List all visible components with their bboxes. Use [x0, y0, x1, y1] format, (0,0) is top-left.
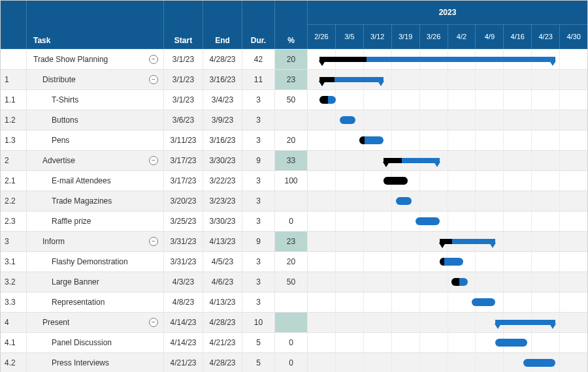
task-bar[interactable] [523, 359, 555, 367]
col-end-header[interactable]: End [203, 1, 242, 49]
summary-progress [440, 239, 453, 244]
task-bar[interactable] [396, 197, 412, 205]
task-bar[interactable] [416, 217, 440, 225]
col-task-header[interactable]: Task [27, 1, 164, 49]
task-progress [319, 96, 327, 104]
row-task[interactable]: E-mail Attendees [27, 171, 164, 191]
row-start: 3/25/23 [164, 211, 203, 231]
week-header: 4/30 [560, 25, 587, 49]
timeline-weeks: 2/263/53/123/193/264/24/94/164/234/30 [308, 25, 587, 49]
task-bar[interactable] [495, 339, 527, 347]
row-end: 3/30/23 [203, 211, 242, 231]
table-row[interactable]: Trade Show Planning−3/1/234/28/234220 [1, 49, 587, 69]
task-bar[interactable] [472, 298, 496, 306]
table-row[interactable]: 1.2Buttons3/6/233/9/233 [1, 110, 587, 130]
row-timeline [308, 191, 587, 211]
row-end: 4/6/23 [203, 272, 242, 292]
row-end: 3/4/23 [203, 90, 242, 110]
col-dur-header[interactable]: Dur. [242, 1, 275, 49]
table-row[interactable]: 3Inform−3/31/234/13/23923 [1, 231, 587, 251]
table-row[interactable]: 1Distribute−3/1/233/16/231123 [1, 69, 587, 89]
task-bar[interactable] [340, 116, 355, 124]
task-bar[interactable] [359, 136, 384, 144]
task-label: Panel Discussion [52, 338, 112, 347]
task-bar[interactable] [440, 258, 464, 266]
collapse-icon[interactable]: − [149, 55, 158, 64]
row-task[interactable]: Buttons [27, 110, 164, 130]
col-id-header [1, 1, 27, 49]
table-row[interactable]: 2Advertise−3/17/233/30/23933 [1, 150, 587, 170]
row-id: 1.3 [1, 131, 27, 150]
row-id [1, 50, 27, 69]
week-header: 2/26 [308, 25, 336, 49]
row-timeline [308, 313, 587, 332]
table-row[interactable]: 3.1Flashy Demonstration3/31/234/5/23320 [1, 251, 587, 271]
week-header: 3/12 [364, 25, 392, 49]
table-row[interactable]: 4Present−4/14/234/28/2310 [1, 312, 587, 332]
row-start: 4/14/23 [164, 313, 203, 332]
row-pct: 33 [275, 151, 308, 170]
table-row[interactable]: 1.1T-Shirts3/1/233/4/23350 [1, 89, 587, 110]
task-progress [451, 278, 459, 286]
row-task[interactable]: Panel Discussion [27, 333, 164, 352]
row-timeline [308, 151, 587, 170]
row-pct: 100 [275, 171, 308, 191]
row-timeline [308, 70, 587, 89]
row-timeline [308, 232, 587, 251]
summary-bar[interactable] [495, 320, 555, 325]
row-task[interactable]: Flashy Demonstration [27, 252, 164, 271]
row-task[interactable]: Representation [27, 292, 164, 312]
summary-bar[interactable] [319, 57, 555, 62]
row-start: 3/31/23 [164, 232, 203, 251]
table-row[interactable]: 2.1E-mail Attendees3/17/233/22/233100 [1, 170, 587, 191]
table-row[interactable]: 1.3Pens3/11/233/16/23320 [1, 130, 587, 150]
row-dur: 5 [242, 353, 275, 372]
task-label: Distribute [42, 75, 76, 84]
task-progress [359, 136, 364, 144]
task-bar[interactable] [451, 278, 467, 286]
row-task[interactable]: Large Banner [27, 272, 164, 292]
collapse-icon[interactable]: − [149, 75, 158, 84]
summary-progress [384, 158, 402, 163]
row-task[interactable]: Pens [27, 131, 164, 150]
row-pct [275, 191, 308, 211]
row-start: 3/17/23 [164, 151, 203, 170]
row-id: 2.2 [1, 191, 27, 211]
summary-bar[interactable] [384, 158, 440, 163]
table-row[interactable]: 4.1Panel Discussion4/14/234/21/2350 [1, 332, 587, 352]
week-header: 3/26 [420, 25, 448, 49]
row-task[interactable]: Advertise− [27, 151, 164, 170]
task-label: Flashy Demonstration [52, 257, 128, 266]
row-start: 4/21/23 [164, 353, 203, 372]
collapse-icon[interactable]: − [149, 237, 158, 246]
summary-bar[interactable] [319, 77, 384, 82]
row-task[interactable]: Press Interviews [27, 353, 164, 372]
table-row[interactable]: 2.2Trade Magazines3/20/233/23/233 [1, 191, 587, 211]
row-end: 4/28/23 [203, 313, 242, 332]
table-row[interactable]: 2.3Raffle prize3/25/233/30/2330 [1, 211, 587, 231]
task-bar[interactable] [384, 177, 408, 185]
row-id: 3.3 [1, 292, 27, 312]
table-row[interactable]: 4.2Press Interviews4/21/234/28/2350 [1, 352, 587, 372]
row-timeline [308, 50, 587, 69]
col-start-header[interactable]: Start [164, 1, 203, 49]
row-task[interactable]: Trade Magazines [27, 191, 164, 211]
table-row[interactable]: 3.3Representation4/8/234/13/233 [1, 292, 587, 312]
row-task[interactable]: Trade Show Planning− [27, 50, 164, 69]
row-task[interactable]: Present− [27, 313, 164, 332]
row-task[interactable]: Inform− [27, 232, 164, 251]
row-task[interactable]: Distribute− [27, 70, 164, 89]
collapse-icon[interactable]: − [149, 318, 158, 327]
row-timeline [308, 252, 587, 271]
row-task[interactable]: T-Shirts [27, 90, 164, 110]
summary-bar[interactable] [440, 239, 496, 244]
table-row[interactable]: 3.2Large Banner4/3/234/6/23350 [1, 271, 587, 292]
row-task[interactable]: Raffle prize [27, 211, 164, 231]
collapse-icon[interactable]: − [149, 156, 158, 165]
row-id: 2.1 [1, 171, 27, 191]
col-pct-header[interactable]: % [275, 1, 308, 49]
task-bar[interactable] [319, 96, 335, 104]
row-dur: 9 [242, 151, 275, 170]
timeline-header: 2023 2/263/53/123/193/264/24/94/164/234/… [308, 1, 587, 49]
row-timeline [308, 131, 587, 150]
